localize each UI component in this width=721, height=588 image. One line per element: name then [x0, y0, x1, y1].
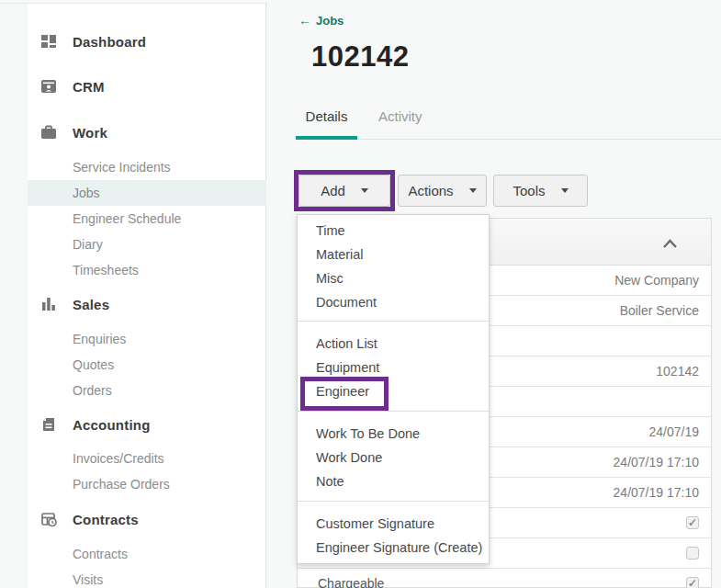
accounting-icon: [39, 415, 58, 434]
sidebar-item-label: Visits: [73, 572, 103, 587]
row-value: 102142: [656, 364, 699, 379]
sidebar-item-engineer-schedule[interactable]: Engineer Schedule: [28, 206, 266, 232]
sidebar-item-quotes[interactable]: Quotes: [28, 352, 266, 378]
menu-group: Work To Be Done Work Done Note: [298, 411, 489, 501]
back-arrow-icon: [299, 13, 311, 28]
sidebar-item-label: Timesheets: [73, 263, 139, 277]
sidebar-item-label: Dashboard: [73, 34, 146, 50]
sidebar-item-crm[interactable]: CRM: [28, 74, 266, 99]
row-value: 24/07/19 17:10: [614, 485, 699, 500]
menu-item-document[interactable]: Document: [298, 290, 489, 314]
checkbox-unchecked[interactable]: [686, 547, 699, 560]
tab-details[interactable]: Details: [296, 108, 357, 140]
sidebar-item-label: Invoices/Credits: [73, 451, 164, 466]
menu-item-work-done[interactable]: Work Done: [298, 446, 489, 469]
sidebar-item-sales[interactable]: Sales: [28, 291, 266, 317]
sidebar-item-contracts[interactable]: Contracts: [28, 506, 266, 532]
tab-label: Details: [306, 108, 348, 124]
sidebar-item-service-incidents[interactable]: Service Incidents: [28, 154, 266, 180]
back-link-label: Jobs: [316, 14, 344, 28]
sidebar-item-accounting[interactable]: Accounting: [28, 412, 266, 437]
sidebar-item-diary[interactable]: Diary: [28, 232, 266, 257]
row-value: New Company: [614, 273, 699, 288]
menu-item-action-list[interactable]: Action List: [298, 332, 489, 356]
menu-item-customer-signature[interactable]: Customer Signature: [298, 512, 489, 536]
sidebar-item-label: Service Incidents: [73, 160, 171, 175]
page-title: 102142: [311, 40, 409, 74]
tools-button[interactable]: Tools: [493, 175, 588, 207]
tab-label: Activity: [378, 108, 422, 124]
sidebar-item-label: Engineer Schedule: [73, 211, 181, 226]
sidebar-item-label: CRM: [73, 79, 105, 95]
actions-button-label: Actions: [408, 183, 453, 198]
sidebar-item-label: Contracts: [73, 512, 139, 527]
dashboard-icon: [39, 32, 58, 51]
menu-item-note[interactable]: Note: [298, 469, 489, 493]
chevron-up-icon[interactable]: [662, 236, 678, 253]
caret-down-icon: [561, 188, 569, 193]
sidebar-item-label: Purchase Orders: [73, 477, 170, 492]
sidebar-item-purchase-orders[interactable]: Purchase Orders: [28, 471, 266, 497]
row-value: Boiler Service: [620, 303, 699, 318]
sidebar-item-label: Work: [73, 125, 107, 141]
sidebar: Dashboard CRM Work Service Incidents Job…: [28, 4, 266, 588]
add-dropdown-menu: Time Material Misc Document Action List …: [297, 214, 490, 564]
sidebar-item-label: Diary: [73, 237, 103, 252]
sales-icon: [39, 295, 58, 313]
add-button-label: Add: [321, 183, 345, 198]
crm-icon: [39, 77, 58, 96]
menu-item-time[interactable]: Time: [298, 219, 489, 243]
checkbox-checked[interactable]: [686, 577, 699, 588]
menu-item-misc[interactable]: Misc: [298, 266, 489, 290]
sidebar-item-jobs[interactable]: Jobs: [28, 180, 266, 206]
back-link-jobs[interactable]: Jobs: [299, 13, 344, 28]
menu-item-engineer[interactable]: Engineer: [298, 379, 489, 403]
sidebar-item-label: Enquiries: [73, 332, 126, 346]
sidebar-item-visits[interactable]: Visits: [28, 567, 266, 588]
caret-down-icon: [469, 188, 477, 193]
table-row-chargeable: Chargeable: [298, 569, 711, 588]
add-button[interactable]: Add: [299, 175, 390, 207]
work-icon: [39, 123, 58, 141]
sidebar-item-label: Jobs: [73, 186, 100, 200]
sidebar-item-timesheets[interactable]: Timesheets: [28, 257, 266, 283]
menu-item-equipment[interactable]: Equipment: [298, 356, 489, 379]
menu-item-work-to-be-done[interactable]: Work To Be Done: [298, 422, 489, 446]
sidebar-item-label: Quotes: [73, 357, 114, 372]
sidebar-item-enquiries[interactable]: Enquiries: [28, 326, 266, 352]
menu-group: Customer Signature Engineer Signature (C…: [298, 501, 489, 563]
sidebar-item-label: Contracts: [73, 547, 128, 561]
menu-group: Time Material Misc Document: [298, 215, 489, 321]
caret-down-icon: [361, 188, 368, 193]
checkbox-checked[interactable]: [686, 516, 699, 529]
actions-button[interactable]: Actions: [398, 175, 487, 207]
row-label: Chargeable: [318, 576, 384, 588]
sidebar-item-invoices-credits[interactable]: Invoices/Credits: [28, 446, 266, 471]
menu-group: Action List Equipment Engineer: [298, 321, 489, 411]
sidebar-item-label: Orders: [73, 383, 112, 398]
contracts-icon: [39, 510, 58, 528]
sidebar-item-dashboard[interactable]: Dashboard: [28, 28, 266, 54]
row-value: 24/07/19 17:10: [614, 455, 699, 469]
row-value: 24/07/19: [649, 424, 700, 439]
tab-bar: Details Activity: [296, 108, 721, 140]
sidebar-item-work[interactable]: Work: [28, 119, 266, 145]
menu-item-material[interactable]: Material: [298, 243, 489, 266]
sidebar-item-contracts-sub[interactable]: Contracts: [28, 541, 266, 567]
tab-activity[interactable]: Activity: [373, 108, 428, 140]
menu-item-engineer-signature-create[interactable]: Engineer Signature (Create): [298, 536, 489, 560]
sidebar-item-label: Accounting: [73, 417, 151, 433]
sidebar-item-label: Sales: [73, 297, 109, 312]
main-content: Jobs 102142 Details Activity New Company…: [267, 0, 721, 588]
sidebar-item-orders[interactable]: Orders: [28, 378, 266, 403]
tools-button-label: Tools: [513, 183, 545, 198]
